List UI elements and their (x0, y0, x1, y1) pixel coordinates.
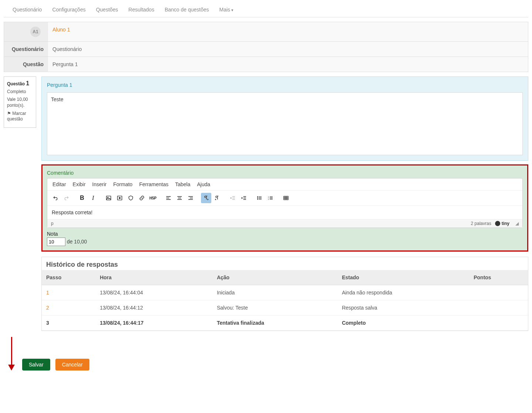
cell-action: Tentativa finalizada (212, 315, 337, 331)
avatar: A1 (30, 27, 41, 37)
svg-point-3 (258, 197, 258, 197)
bullet-list-icon[interactable] (254, 193, 265, 203)
image-icon[interactable] (103, 193, 114, 203)
menu-view[interactable]: Exibir (73, 181, 86, 187)
grade-outof: de 10,00 (67, 239, 87, 245)
cell-points (469, 285, 528, 300)
media-icon[interactable] (115, 193, 125, 203)
info-value-quiz: Questionário (48, 42, 528, 57)
history-th-step: Passo (42, 270, 95, 285)
student-name-link[interactable]: Aluno 1 (52, 27, 70, 33)
editor-toolbar: B I H5P (47, 191, 522, 206)
menu-table[interactable]: Tabela (175, 181, 190, 187)
table-icon[interactable] (281, 193, 291, 203)
save-button[interactable]: Salvar (22, 359, 50, 371)
tab-question-bank[interactable]: Banco de questões (160, 3, 214, 17)
word-count: 2 palavras (471, 221, 491, 226)
cell-step[interactable]: 1 (42, 285, 95, 300)
bold-icon[interactable]: B (77, 193, 87, 203)
editor-menubar: Editar Exibir Inserir Formato Ferramenta… (47, 178, 522, 191)
table-row: 213/08/24, 16:44:12Salvou: TesteResposta… (42, 300, 528, 315)
editor-textarea[interactable]: Resposta correta! (47, 206, 522, 219)
nav-title-prefix: Questão (7, 81, 25, 86)
question-title: Pergunta 1 (47, 82, 523, 88)
table-row: 113/08/24, 16:44:04IniciadaAinda não res… (42, 285, 528, 300)
rich-text-editor: Editar Exibir Inserir Formato Ferramenta… (47, 178, 523, 228)
history-title: Histórico de respostas (42, 257, 528, 270)
cell-step: 3 (42, 315, 95, 331)
tab-more[interactable]: Mais (214, 3, 239, 17)
cell-points (469, 315, 528, 331)
cell-state: Resposta salva (337, 300, 469, 315)
history-panel: Histórico de respostas Passo Hora Ação E… (41, 257, 528, 331)
info-label-question: Questão (4, 57, 48, 72)
redo-icon[interactable] (61, 193, 72, 203)
ltr-icon[interactable] (201, 193, 211, 203)
menu-tools[interactable]: Ferramentas (139, 181, 168, 187)
svg-text:3: 3 (268, 198, 269, 200)
menu-edit[interactable]: Editar (52, 181, 66, 187)
history-th-state: Estado (337, 270, 469, 285)
cell-action: Iniciada (212, 285, 337, 300)
number-list-icon[interactable]: 123 (265, 193, 276, 203)
align-center-icon[interactable] (174, 193, 185, 203)
cell-time: 13/08/24, 16:44:12 (95, 300, 212, 315)
align-right-icon[interactable] (185, 193, 196, 203)
svg-rect-9 (284, 196, 288, 199)
tiny-brand: tiny (495, 221, 509, 226)
answer-area: Teste (47, 92, 523, 155)
nav-status: Completo (7, 89, 33, 95)
comment-panel: Comentário Editar Exibir Inserir Formato… (41, 164, 528, 252)
nav-question-number: 1 (26, 80, 29, 86)
tab-settings[interactable]: Configurações (47, 3, 91, 17)
flag-question-link[interactable]: Marcar questão (7, 111, 33, 122)
info-value-question: Pergunta 1 (48, 57, 528, 72)
comment-label: Comentário (47, 170, 523, 176)
table-row: 313/08/24, 16:44:17Tentativa finalizadaC… (42, 315, 528, 331)
svg-rect-0 (106, 196, 111, 200)
nav-question-title: Questão 1 (7, 80, 33, 88)
editor-path: p (51, 221, 54, 226)
menu-insert[interactable]: Inserir (92, 181, 107, 187)
history-table: Passo Hora Ação Estado Pontos 113/08/24,… (42, 270, 528, 331)
h5p-icon[interactable]: H5P (148, 193, 158, 203)
nav-worth: Vale 10,00 ponto(s). (7, 97, 33, 108)
svg-point-5 (258, 199, 258, 199)
cancel-button[interactable]: Cancelar (55, 359, 89, 371)
info-label-quiz: Questionário (4, 42, 48, 57)
cell-points (469, 300, 528, 315)
undo-icon[interactable] (50, 193, 61, 203)
menu-help[interactable]: Ajuda (197, 181, 210, 187)
link-icon[interactable] (137, 193, 147, 203)
align-left-icon[interactable] (163, 193, 174, 203)
menu-format[interactable]: Formato (113, 181, 133, 187)
grade-label: Nota (47, 231, 523, 237)
cell-time: 13/08/24, 16:44:17 (95, 315, 212, 331)
svg-point-4 (258, 198, 258, 198)
rtl-icon[interactable] (212, 193, 222, 203)
tab-results[interactable]: Resultados (123, 3, 160, 17)
history-th-action: Ação (212, 270, 337, 285)
avatar-cell: A1 (4, 22, 48, 41)
cell-step[interactable]: 2 (42, 300, 95, 315)
question-nav: Questão 1 Completo Vale 10,00 ponto(s). … (4, 76, 36, 128)
cell-state: Completo (337, 315, 469, 331)
cell-time: 13/08/24, 16:44:04 (95, 285, 212, 300)
outdent-icon[interactable] (228, 193, 238, 203)
annotation-arrow (6, 337, 17, 371)
record-icon[interactable] (126, 193, 136, 203)
tab-bar: Questionário Configurações Questões Resu… (4, 3, 528, 17)
tab-questions[interactable]: Questões (91, 3, 123, 17)
actions-row: Salvar Cancelar (6, 337, 532, 371)
info-panel: A1 Aluno 1 Questionário Questionário Que… (4, 22, 528, 72)
tab-quiz[interactable]: Questionário (7, 3, 47, 17)
grade-input[interactable] (47, 238, 65, 246)
history-th-points: Pontos (469, 270, 528, 285)
cell-action: Salvou: Teste (212, 300, 337, 315)
cell-state: Ainda não respondida (337, 285, 469, 300)
question-panel: Pergunta 1 Teste (41, 76, 528, 161)
italic-icon[interactable]: I (88, 193, 98, 203)
indent-icon[interactable] (239, 193, 249, 203)
resize-handle-icon[interactable]: ◢ (515, 221, 519, 226)
history-th-time: Hora (95, 270, 212, 285)
